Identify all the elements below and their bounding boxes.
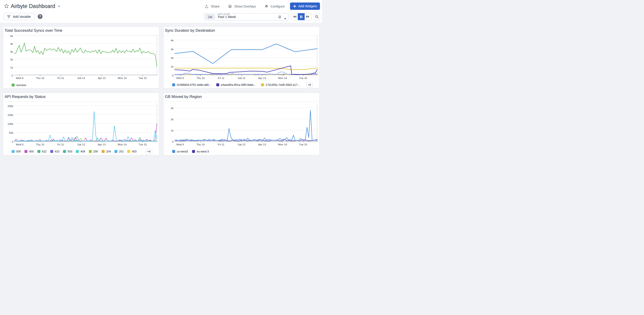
svg-text:?: ? <box>39 14 41 18</box>
